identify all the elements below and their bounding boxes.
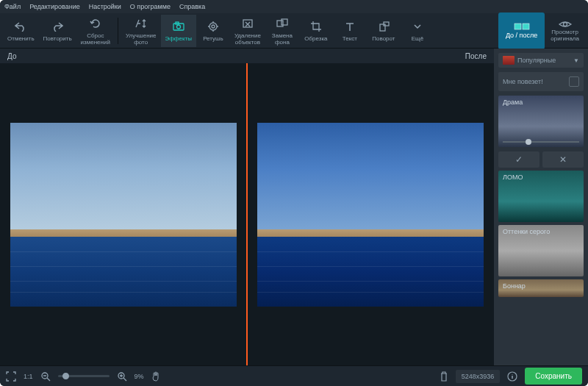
after-image	[257, 123, 484, 307]
effect-intensity-slider[interactable]	[503, 141, 579, 143]
chevron-down-icon: ▼	[573, 57, 579, 64]
bg-swap-button[interactable]: Замена фона	[265, 15, 299, 47]
effect-drama[interactable]: Драма	[498, 96, 584, 147]
toolbar-divider	[118, 18, 118, 44]
menu-settings[interactable]: Настройки	[89, 3, 121, 10]
undo-button[interactable]: Отменить	[3, 15, 39, 47]
scale-label[interactable]: 1:1	[24, 373, 33, 380]
effects-icon	[172, 19, 185, 34]
after-pane	[247, 63, 494, 365]
text-icon	[345, 19, 355, 34]
category-thumb-icon	[503, 56, 514, 65]
compare-header: До После	[0, 49, 494, 63]
remove-objects-button[interactable]: Удаление объектов	[230, 15, 265, 47]
dice-icon	[569, 76, 579, 87]
effects-sidebar: Популярные ▼ Мне повезет! Драма ✓ ✕ ЛОМО	[494, 49, 588, 365]
label-after: После	[465, 52, 487, 60]
view-original-button[interactable]: Просмотр оригинала	[551, 20, 579, 42]
info-button[interactable]	[507, 371, 517, 382]
zoom-slider[interactable]	[58, 375, 110, 377]
enhance-icon	[135, 16, 148, 31]
svg-rect-5	[243, 20, 252, 27]
retouch-button[interactable]: Ретушь	[196, 15, 230, 47]
compare-icon	[514, 23, 530, 30]
svg-rect-10	[514, 24, 521, 29]
svg-rect-7	[282, 19, 287, 25]
lucky-button[interactable]: Мне повезет!	[498, 72, 584, 91]
effect-lomo[interactable]: ЛОМО	[498, 171, 584, 222]
dimensions-label: 5248x3936	[456, 370, 501, 383]
menu-help[interactable]: Справка	[179, 3, 205, 10]
more-button[interactable]: Ещё	[401, 15, 434, 47]
menubar: Файл Редактирование Настройки О программ…	[0, 0, 588, 13]
menu-about[interactable]: О программе	[130, 3, 171, 10]
delete-button[interactable]	[440, 371, 448, 382]
rotate-button[interactable]: Поворот	[367, 15, 401, 47]
main-area: До После	[0, 49, 588, 365]
zoom-in-button[interactable]	[117, 371, 127, 382]
text-button[interactable]: Текст	[333, 15, 367, 47]
more-icon	[412, 19, 423, 34]
svg-point-4	[212, 25, 215, 28]
svg-rect-11	[523, 24, 529, 29]
canvas[interactable]	[0, 63, 494, 365]
svg-rect-6	[277, 21, 283, 26]
zoom-percent: 9%	[135, 373, 144, 380]
menu-file[interactable]: Файл	[4, 3, 21, 10]
before-pane	[0, 63, 247, 365]
fullscreen-button[interactable]	[6, 371, 16, 382]
undo-icon	[15, 19, 26, 34]
category-selector[interactable]: Популярные ▼	[498, 53, 584, 68]
eye-icon	[559, 20, 572, 29]
hand-tool-button[interactable]	[151, 371, 160, 382]
menu-edit[interactable]: Редактирование	[29, 3, 80, 10]
svg-point-1	[176, 25, 180, 29]
reset-button[interactable]: Сброс изменений	[76, 15, 115, 47]
before-after-button[interactable]: До / после	[498, 12, 545, 49]
app-window: Файл Редактирование Настройки О программ…	[0, 0, 588, 386]
effect-grayscale[interactable]: Оттенки серого	[498, 225, 584, 276]
svg-rect-8	[380, 24, 385, 31]
effects-list: Драма ✓ ✕ ЛОМО Оттенки серого Боннар	[494, 96, 588, 365]
crop-button[interactable]: Обрезка	[299, 15, 333, 47]
canvas-area: До После	[0, 49, 494, 365]
reset-icon	[90, 16, 101, 31]
zoom-out-button[interactable]	[40, 371, 51, 382]
enhance-button[interactable]: Улучшение фото	[121, 15, 161, 47]
cancel-effect-button[interactable]: ✕	[542, 151, 584, 168]
redo-icon	[51, 19, 63, 34]
crop-icon	[310, 19, 322, 34]
compare-divider[interactable]	[246, 63, 248, 365]
rotate-icon	[378, 19, 390, 34]
before-image	[10, 123, 237, 307]
effect-bonnar[interactable]: Боннар	[498, 279, 584, 297]
svg-point-12	[563, 22, 567, 26]
retouch-icon	[207, 19, 219, 34]
svg-point-3	[209, 23, 217, 30]
save-button[interactable]: Сохранить	[525, 368, 582, 385]
statusbar: 1:1 9% 5248x3936 Сохранить	[0, 365, 588, 386]
apply-effect-button[interactable]: ✓	[498, 151, 539, 168]
toolbar: Отменить Повторить Сброс изменений Улучш…	[0, 13, 588, 49]
redo-button[interactable]: Повторить	[39, 15, 76, 47]
bgswap-icon	[276, 16, 288, 31]
label-before: До	[7, 52, 16, 60]
effects-button[interactable]: Эффекты	[161, 15, 196, 47]
remove-icon	[242, 16, 254, 31]
